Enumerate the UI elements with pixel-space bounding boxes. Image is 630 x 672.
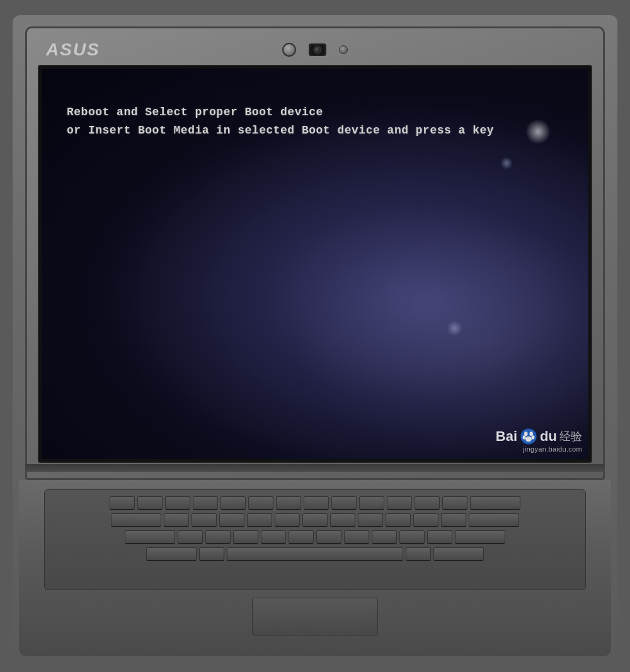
screen: Reboot and Select proper Boot device or …: [42, 69, 588, 459]
key-ctrl-r[interactable]: [433, 547, 484, 561]
key-shift-l[interactable]: [146, 547, 197, 561]
key[interactable]: [219, 513, 244, 527]
key[interactable]: [372, 530, 397, 544]
key[interactable]: [331, 496, 357, 510]
key[interactable]: [289, 530, 314, 544]
svg-point-1: [524, 431, 528, 436]
key[interactable]: [302, 513, 328, 527]
key[interactable]: [193, 496, 218, 510]
key-caps[interactable]: [125, 530, 175, 544]
key-row-4: [51, 547, 579, 561]
keyboard-area: [44, 489, 586, 590]
touchpad[interactable]: [252, 598, 378, 635]
key[interactable]: [178, 530, 203, 544]
key[interactable]: [441, 513, 466, 527]
key[interactable]: [442, 496, 467, 510]
baidu-text: Bai: [496, 428, 517, 445]
baidu-url: jingyan.baidu.com: [523, 445, 582, 453]
key[interactable]: [192, 513, 217, 527]
key[interactable]: [137, 496, 163, 510]
svg-point-2: [530, 431, 534, 436]
key-enter[interactable]: [469, 513, 519, 527]
key[interactable]: [276, 496, 301, 510]
key-row-3: [51, 530, 579, 544]
key-row-2: [51, 513, 579, 527]
svg-point-5: [525, 436, 532, 441]
left-circle: [282, 43, 296, 57]
webcam: [309, 43, 326, 56]
key[interactable]: [261, 530, 286, 544]
key[interactable]: [248, 496, 273, 510]
key-space[interactable]: [227, 547, 403, 561]
key[interactable]: [304, 496, 329, 510]
boot-line-2: or Insert Boot Media in selected Boot de…: [67, 122, 494, 140]
key-shift-r[interactable]: [455, 530, 505, 544]
key[interactable]: [358, 513, 383, 527]
key[interactable]: [427, 530, 452, 544]
key-fn[interactable]: [199, 547, 224, 561]
asus-logo: ASUS: [46, 40, 100, 60]
laptop-bottom: [19, 480, 611, 656]
key[interactable]: [233, 530, 258, 544]
baidu-paw-icon: [520, 428, 537, 445]
key[interactable]: [330, 513, 355, 527]
key-backspace[interactable]: [470, 496, 520, 510]
key-alt[interactable]: [406, 547, 431, 561]
boot-line-1: Reboot and Select proper Boot device: [67, 103, 494, 122]
key[interactable]: [275, 513, 300, 527]
hinge: [25, 464, 605, 472]
webcam-area: [282, 43, 348, 57]
key[interactable]: [387, 496, 412, 510]
key[interactable]: [316, 530, 341, 544]
light-reflection-2: [500, 157, 513, 169]
key[interactable]: [413, 513, 438, 527]
baidu-du-text: du: [540, 428, 557, 445]
boot-message: Reboot and Select proper Boot device or …: [67, 103, 494, 140]
key-row-1: [51, 496, 579, 510]
key[interactable]: [164, 513, 189, 527]
light-reflection-1: [525, 119, 551, 144]
key[interactable]: [415, 496, 440, 510]
key[interactable]: [220, 496, 246, 510]
key[interactable]: [165, 496, 190, 510]
key[interactable]: [110, 496, 135, 510]
key[interactable]: [399, 530, 425, 544]
baidu-logo-row: Bai du 经验: [496, 428, 582, 445]
baidu-jingyan-text: 经验: [559, 429, 582, 444]
right-circle: [339, 45, 348, 54]
key[interactable]: [344, 530, 369, 544]
key[interactable]: [205, 530, 231, 544]
key[interactable]: [359, 496, 384, 510]
svg-point-3: [523, 435, 526, 439]
baidu-watermark: Bai du 经验 jingyan.baidu.com: [496, 428, 582, 453]
laptop-lid: ASUS Reboot and Select proper Boot devic…: [25, 26, 605, 480]
key-tab[interactable]: [111, 513, 161, 527]
key[interactable]: [386, 513, 411, 527]
laptop-outer: ASUS Reboot and Select proper Boot devic…: [13, 15, 617, 658]
key[interactable]: [247, 513, 272, 527]
light-reflection-3: [447, 321, 462, 336]
svg-point-4: [532, 435, 535, 439]
screen-bezel: Reboot and Select proper Boot device or …: [38, 65, 592, 463]
top-bar: ASUS: [33, 35, 597, 65]
